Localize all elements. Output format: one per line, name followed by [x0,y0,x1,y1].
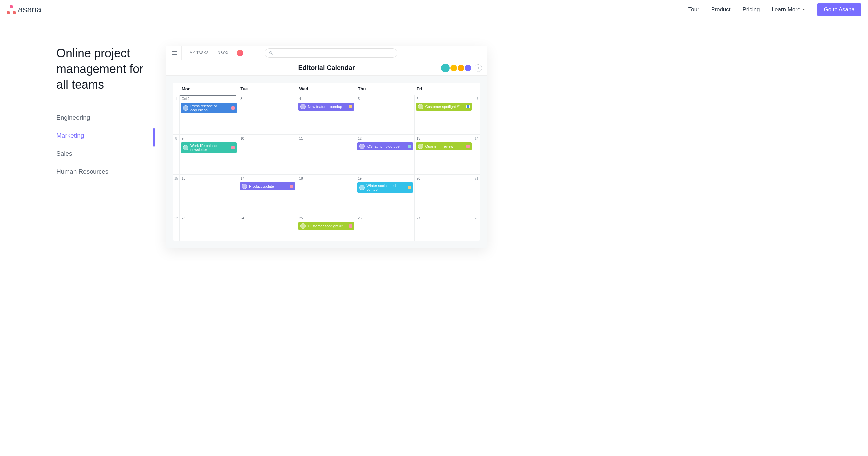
calendar-cell[interactable]: 6 Customer spotlight #1 [415,95,473,135]
day-number: 11 [299,136,354,141]
task-label: Customer spotlight #2 [308,224,343,228]
hero-left: Online project management for all teams … [56,46,156,248]
app-header: Editorial Calendar + [166,60,487,76]
assignee-avatar [300,223,306,229]
search-input[interactable] [265,49,397,58]
app-toolbar: MY TASKS INBOX + [166,46,487,60]
nav-links: Tour Product Pricing Learn More Go to As… [688,3,861,16]
calendar-cell[interactable]: 13 Quarter in review [415,135,473,174]
task-spotlight-1[interactable]: Customer spotlight #1 [416,103,472,111]
calendar-cell[interactable]: 9 Work-life balance newsletter [180,135,238,174]
team-tab-hr[interactable]: Human Resources [56,163,156,180]
team-tab-marketing[interactable]: Marketing [56,127,156,145]
task-spotlight-2[interactable]: Customer spotlight #2 [299,222,354,230]
nav-learn-more-label: Learn More [772,6,800,13]
avatar[interactable] [450,64,458,72]
logo[interactable]: asana [7,4,41,15]
task-label: Winter social media contest [367,183,406,192]
nav-learn-more[interactable]: Learn More [772,6,805,13]
task-tag [349,224,352,228]
day-number: 20 [416,176,472,181]
task-tag [408,186,411,189]
calendar-cell[interactable]: 10 [238,135,297,174]
week-edge-day: 8 [173,135,180,174]
team-tabs: Engineering Marketing Sales Human Resour… [56,109,156,180]
task-quarter-review[interactable]: Quarter in review [416,142,472,150]
team-tab-sales[interactable]: Sales [56,145,156,163]
day-number: 16 [181,176,237,181]
day-header: Wed [297,83,356,94]
task-winter-contest[interactable]: Winter social media contest [358,182,413,193]
avatar[interactable] [440,63,450,73]
calendar-row: 15 16 17 Product update 18 19 Winter soc… [173,174,480,214]
day-number: 25 [299,216,354,221]
task-product-update[interactable]: Product update [240,182,296,190]
assignee-avatar [360,185,365,190]
calendar-cell[interactable]: 19 Winter social media contest [356,175,415,214]
calendar-cell[interactable]: 5 [356,95,415,135]
assignee-avatar [183,105,188,111]
task-label: Press release on acquisition [190,104,229,112]
day-number: 19 [358,176,413,181]
inbox-link[interactable]: INBOX [217,51,228,55]
calendar-cell[interactable]: 12 iOS launch blog post [356,135,415,174]
avatar[interactable] [457,64,465,72]
calendar-cell[interactable]: 11 [297,135,356,174]
calendar: Mon Tue Wed Thu Fri 1 Oct 2 Press releas… [173,83,480,240]
day-number: 13 [416,136,472,141]
week-edge-day: 15 [173,175,180,214]
day-header: Mon [180,83,238,94]
week-edge-day: 7 [473,95,480,135]
calendar-container: Mon Tue Wed Thu Fri 1 Oct 2 Press releas… [166,76,487,248]
chevron-down-icon [802,9,805,10]
svg-point-0 [269,52,272,54]
go-to-asana-button[interactable]: Go to Asana [817,3,861,16]
calendar-cell[interactable]: 17 Product update [238,175,297,214]
day-number: 4 [299,96,354,101]
calendar-cell[interactable]: Oct 2 Press release on acquisition [180,95,238,135]
calendar-cell[interactable]: 25 Customer spotlight #2 [297,215,356,240]
nav-pricing[interactable]: Pricing [743,6,760,13]
day-number: 10 [240,136,296,141]
day-number: 27 [416,216,472,221]
calendar-cell[interactable]: 26 [356,215,415,240]
day-header: Thu [356,83,415,94]
task-tag [290,184,293,188]
calendar-cell[interactable]: 20 [415,175,473,214]
my-tasks-link[interactable]: MY TASKS [190,51,209,55]
day-number: Oct 2 [181,96,237,101]
hamburger-icon[interactable] [172,46,182,60]
calendar-cell[interactable]: 16 [180,175,238,214]
day-number: 26 [358,216,413,221]
task-label: Quarter in review [425,144,453,148]
active-tab-indicator [153,128,155,147]
calendar-cell[interactable]: 4 New feature roundup [297,95,356,135]
team-tab-engineering[interactable]: Engineering [56,109,156,127]
assignee-avatar [418,144,424,149]
app-preview: MY TASKS INBOX + Editorial Calendar + Mo… [166,46,487,248]
calendar-cell[interactable]: 23 [180,215,238,240]
svg-line-1 [271,53,272,54]
page-headline: Online project management for all teams [56,46,156,92]
nav-tour[interactable]: Tour [688,6,699,13]
calendar-cell[interactable]: 27 [415,215,473,240]
week-edge-day: 14 [473,135,480,174]
task-label: iOS launch blog post [367,144,401,148]
calendar-cell[interactable]: 3 [238,95,297,135]
task-worklife[interactable]: Work-life balance newsletter [181,142,237,153]
task-ios-launch[interactable]: iOS launch blog post [358,142,413,150]
add-member-button[interactable]: + [475,64,482,72]
nav-product[interactable]: Product [711,6,731,13]
calendar-cell[interactable]: 18 [297,175,356,214]
task-press-release[interactable]: Press release on acquisition [181,103,237,113]
task-feature-roundup[interactable]: New feature roundup [299,103,354,111]
day-number: 23 [181,216,237,221]
assignee-avatar [360,144,365,149]
calendar-row: 8 9 Work-life balance newsletter 10 11 1… [173,135,480,174]
calendar-cell[interactable]: 24 [238,215,297,240]
day-number: 3 [240,96,296,101]
add-button[interactable]: + [237,50,243,56]
day-number: 12 [358,136,413,141]
avatar[interactable] [464,64,472,72]
week-edge-day: 1 [173,95,180,135]
